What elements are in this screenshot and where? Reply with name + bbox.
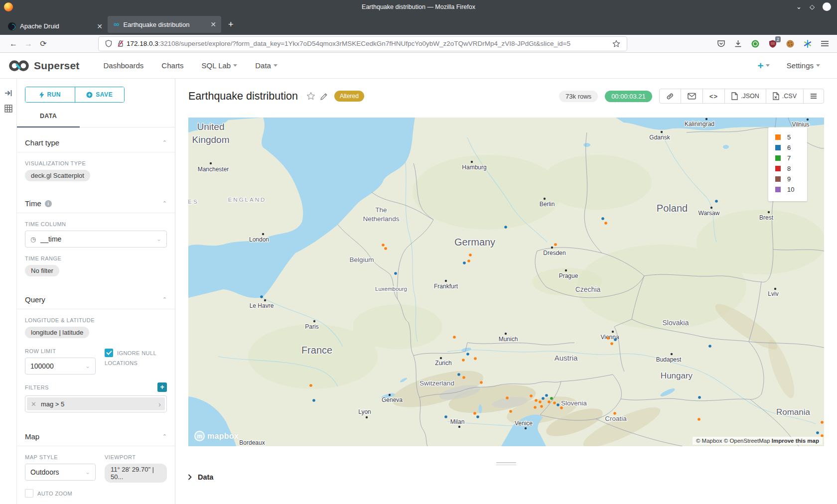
- deckgl-map[interactable]: UnitedKingdomGermanyFrancePolandHungaryR…: [188, 118, 824, 446]
- earthquake-point[interactable]: [560, 406, 563, 409]
- edit-pencil-icon[interactable]: [320, 93, 328, 100]
- earthquake-point[interactable]: [466, 353, 469, 356]
- earthquake-point[interactable]: [504, 226, 507, 229]
- section-query[interactable]: Query⌃: [25, 284, 167, 309]
- earthquake-point[interactable]: [610, 342, 613, 345]
- earthquake-point[interactable]: [509, 410, 512, 413]
- extension-asterisk-icon[interactable]: [803, 39, 812, 48]
- earthquake-point[interactable]: [463, 261, 466, 264]
- run-button[interactable]: RUN: [25, 87, 75, 102]
- window-maximize-button[interactable]: ◇: [810, 3, 815, 10]
- settings-menu[interactable]: Settings: [787, 61, 820, 70]
- earthquake-point[interactable]: [708, 345, 711, 348]
- panel-resize-handle[interactable]: [496, 462, 516, 467]
- url-bar[interactable]: 172.18.0.3:32108/superset/explore/?form_…: [99, 37, 627, 51]
- chart-menu-button[interactable]: [803, 89, 824, 103]
- earthquake-point[interactable]: [539, 400, 542, 403]
- checkbox-unchecked-icon[interactable]: [25, 489, 33, 498]
- earthquake-point[interactable]: [698, 396, 701, 399]
- earthquake-point[interactable]: [821, 421, 824, 424]
- tab-close-icon[interactable]: ✕: [210, 20, 216, 28]
- earthquake-point[interactable]: [444, 415, 447, 418]
- tab-apache-druid[interactable]: Apache Druid ✕: [2, 17, 108, 35]
- nav-charts[interactable]: Charts: [152, 61, 192, 70]
- auto-zoom-checkbox[interactable]: AUTO ZOOM: [25, 489, 167, 499]
- forward-button[interactable]: →: [21, 39, 36, 48]
- menu-hamburger-icon[interactable]: [821, 40, 829, 47]
- earthquake-point[interactable]: [548, 400, 551, 403]
- dataset-grid-icon[interactable]: [4, 105, 12, 113]
- viz-type-value[interactable]: deck.gl Scatterplot: [25, 170, 90, 181]
- ignore-null-checkbox[interactable]: IGNORE NULL LOCATIONS: [105, 348, 167, 368]
- time-column-select[interactable]: ◷ __time ⌄: [25, 231, 167, 248]
- share-link-button[interactable]: [660, 89, 681, 103]
- earthquake-point[interactable]: [607, 337, 610, 340]
- checkbox-checked-icon[interactable]: [105, 349, 113, 357]
- reload-button[interactable]: ⟳: [36, 39, 51, 48]
- earthquake-point[interactable]: [467, 259, 470, 262]
- chevron-right-icon[interactable]: ›: [158, 400, 161, 408]
- export-json-button[interactable]: .JSON: [724, 89, 766, 103]
- earthquake-point[interactable]: [506, 396, 509, 399]
- cookie-icon[interactable]: [786, 39, 795, 48]
- attribution-osm-link[interactable]: © OpenStreetMap: [724, 438, 770, 444]
- mapbox-logo[interactable]: mapbox: [194, 431, 239, 441]
- new-tab-button[interactable]: +: [228, 19, 234, 30]
- row-limit-select[interactable]: 100000 ⌄: [25, 358, 96, 375]
- section-time[interactable]: Timei⌃: [25, 188, 167, 213]
- earthquake-point[interactable]: [540, 405, 543, 408]
- downloads-icon[interactable]: [734, 39, 742, 48]
- insecure-lock-icon[interactable]: [117, 40, 124, 47]
- earthquake-point[interactable]: [394, 272, 397, 275]
- earthquake-point[interactable]: [557, 403, 559, 406]
- earthquake-point[interactable]: [480, 381, 483, 384]
- url-text[interactable]: 172.18.0.3:32108/superset/explore/?form_…: [127, 40, 610, 47]
- bookmark-star-icon[interactable]: [612, 40, 620, 48]
- new-item-button[interactable]: +: [758, 60, 770, 72]
- earthquake-point[interactable]: [542, 397, 545, 400]
- earthquake-point[interactable]: [474, 357, 477, 360]
- earthquake-point[interactable]: [260, 295, 263, 298]
- tab-earthquake-distribution[interactable]: ∞ Earthquake distribution ✕: [108, 16, 221, 33]
- earthquake-point[interactable]: [601, 217, 604, 220]
- nav-sql-lab[interactable]: SQL Lab: [193, 61, 247, 70]
- earthquake-point[interactable]: [554, 243, 557, 246]
- tab-close-icon[interactable]: ✕: [97, 22, 103, 30]
- nav-dashboards[interactable]: Dashboards: [94, 61, 152, 70]
- earthquake-point[interactable]: [534, 406, 537, 409]
- earthquake-point[interactable]: [535, 399, 538, 402]
- earthquake-point[interactable]: [309, 384, 312, 387]
- remove-filter-icon[interactable]: ✕: [31, 400, 36, 408]
- embed-code-button[interactable]: <>: [702, 89, 724, 103]
- earthquake-point[interactable]: [462, 359, 465, 362]
- collapse-panel-icon[interactable]: [4, 90, 12, 97]
- earthquake-point[interactable]: [469, 253, 472, 256]
- favorite-star-icon[interactable]: [306, 92, 315, 101]
- permissions-shield-icon[interactable]: [105, 40, 112, 47]
- earthquake-point[interactable]: [604, 222, 607, 225]
- earthquake-point[interactable]: [462, 376, 465, 379]
- lonlat-value[interactable]: longitude | latitude: [25, 327, 89, 338]
- earthquake-point[interactable]: [384, 247, 387, 250]
- attribution-improve-link[interactable]: Improve this map: [772, 438, 819, 444]
- earthquake-point[interactable]: [457, 373, 460, 376]
- section-map[interactable]: Map⌃: [25, 421, 167, 446]
- earthquake-point[interactable]: [473, 412, 476, 415]
- section-chart-type[interactable]: Chart type⌃: [25, 127, 167, 152]
- earthquake-point[interactable]: [312, 399, 315, 402]
- viewport-value[interactable]: 11° 28' 29.70" | 50...: [105, 464, 167, 483]
- earthquake-point[interactable]: [545, 394, 548, 397]
- pocket-icon[interactable]: [717, 39, 725, 48]
- earthquake-point[interactable]: [530, 394, 533, 397]
- extension-shield-icon[interactable]: 2: [768, 39, 777, 48]
- superset-logo[interactable]: Superset: [8, 59, 79, 72]
- attribution-mapbox-link[interactable]: © Mapbox: [696, 438, 722, 444]
- time-range-value[interactable]: No filter: [25, 265, 59, 276]
- window-close-button[interactable]: ✕: [823, 2, 831, 11]
- window-minimize-button[interactable]: ⌄: [796, 3, 802, 10]
- altered-badge[interactable]: Altered: [334, 91, 364, 102]
- earthquake-point[interactable]: [553, 401, 556, 404]
- save-button[interactable]: SAVE: [75, 87, 125, 102]
- earthquake-point[interactable]: [382, 244, 385, 247]
- add-filter-button[interactable]: +: [157, 382, 167, 392]
